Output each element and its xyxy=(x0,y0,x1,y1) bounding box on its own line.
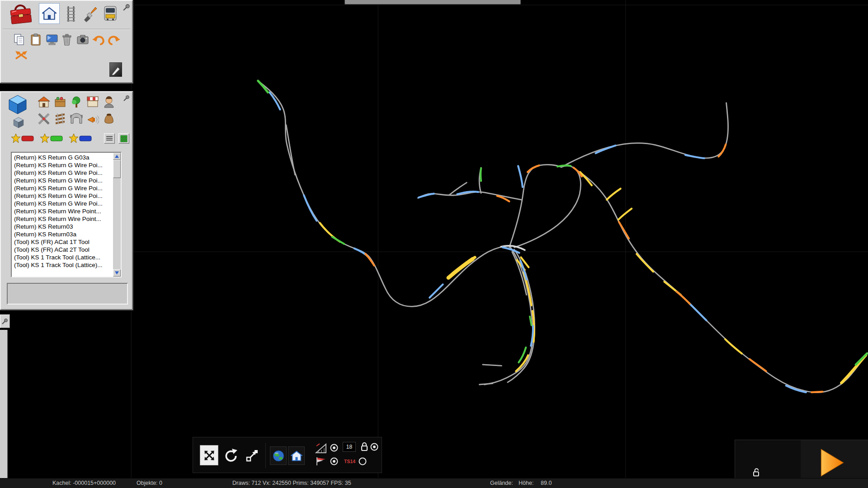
star-green-icon xyxy=(40,133,63,144)
crate-icon xyxy=(54,96,66,108)
favorites-blue-filter[interactable] xyxy=(69,133,92,144)
delete-button[interactable] xyxy=(61,33,73,47)
track-tool-button[interactable] xyxy=(64,5,78,23)
filter-people-button[interactable] xyxy=(102,95,116,109)
pin-icon xyxy=(1,318,9,325)
undo-button[interactable] xyxy=(91,33,106,47)
filter-clutter-button[interactable] xyxy=(53,95,67,109)
clipboard-icon xyxy=(30,33,42,46)
toolbar-separator xyxy=(3,29,130,30)
marker-tool-button[interactable] xyxy=(315,456,327,466)
asset-list-item[interactable]: (Return) KS Return G Wire Poi... xyxy=(12,192,113,200)
scroll-up-button[interactable] xyxy=(113,153,121,160)
asset-list-item[interactable]: (Return) KS Return G Wire Poi... xyxy=(12,161,113,169)
toolbar-divider xyxy=(265,443,266,468)
snap-radio-4[interactable] xyxy=(359,457,367,465)
asset-list-item[interactable]: (Return) KS Return Wire Point... xyxy=(12,215,113,223)
filter-roads-button[interactable] xyxy=(53,112,67,126)
object-category-tab[interactable] xyxy=(7,94,28,115)
asset-list-item[interactable]: (Return) KS Return G Wire Poi... xyxy=(12,177,113,184)
redo-button[interactable] xyxy=(107,33,121,47)
brush-tool-button[interactable] xyxy=(82,5,97,23)
gizmo-toolbar: 18 TS14 xyxy=(193,437,382,473)
filter-misc-button[interactable] xyxy=(102,112,116,126)
height-label: Höhe: xyxy=(519,479,533,488)
panel-pin-button[interactable] xyxy=(122,3,131,12)
list-view-button[interactable] xyxy=(104,133,115,144)
filter-scenery-button[interactable] xyxy=(85,95,100,109)
secondary-category-tab[interactable] xyxy=(12,116,25,129)
asset-list-item[interactable]: (Tool) KS 1 Track Tool (Lattice)... xyxy=(12,261,113,269)
segments-orange xyxy=(365,145,822,393)
measure-icon xyxy=(315,443,327,454)
favorites-red-filter[interactable] xyxy=(11,133,34,144)
unlock-button[interactable] xyxy=(752,467,760,478)
scroll-down-button[interactable] xyxy=(113,269,121,277)
asset-list-item[interactable]: (Return) KS Return03 xyxy=(12,223,113,230)
asset-list-item[interactable]: (Return) KS Return03a xyxy=(12,230,113,238)
snap-radio-3[interactable] xyxy=(330,457,338,465)
display-button[interactable] xyxy=(45,33,59,47)
scale-icon xyxy=(245,449,259,462)
snap-measure-button[interactable] xyxy=(315,443,327,454)
snap-radio-1[interactable] xyxy=(330,444,338,452)
scale-gizmo-button[interactable] xyxy=(243,445,261,465)
filter-track-button[interactable] xyxy=(37,112,51,126)
tile-coordinates: Kachel: -000015+000000 xyxy=(52,479,116,488)
lock-toggle[interactable] xyxy=(360,441,368,453)
redo-icon xyxy=(107,34,121,46)
asset-list-item[interactable]: (Return) KS Return G Wire Poi... xyxy=(12,169,113,177)
asset-list-item[interactable]: (Return) KS Return G Wire Poi... xyxy=(12,200,113,207)
edit-mode-button[interactable] xyxy=(109,62,122,77)
asset-list-item[interactable]: (Return) KS Return G Wire Poi... xyxy=(12,184,113,192)
world-view-button[interactable] xyxy=(270,446,287,465)
asset-list-item[interactable]: (Return) KS Return Wire Point... xyxy=(12,207,113,215)
link-tool-button[interactable] xyxy=(13,49,30,62)
horn-icon xyxy=(86,113,99,125)
toolbox-button[interactable] xyxy=(8,1,33,27)
asset-list-item[interactable]: (Tool) KS 1 Track Tool (Lattice... xyxy=(12,253,113,261)
rotate-icon xyxy=(224,448,238,463)
drive-play-button[interactable] xyxy=(820,448,845,477)
asset-list[interactable]: (Return) KS Return G G03a (Return) KS Re… xyxy=(12,153,113,277)
house-icon xyxy=(38,96,50,108)
scrollbar-thumb[interactable] xyxy=(113,160,121,178)
home-icon xyxy=(42,7,57,20)
asset-list-scrollbar[interactable] xyxy=(113,153,121,277)
flag-icon xyxy=(315,456,327,466)
segment-overlays xyxy=(258,81,867,392)
copy-button[interactable] xyxy=(13,33,26,47)
radio-icon xyxy=(330,444,338,452)
filter-bridges-button[interactable] xyxy=(69,112,84,126)
move-gizmo-button[interactable] xyxy=(200,445,218,465)
snap-radio-2[interactable] xyxy=(370,443,378,451)
paste-button[interactable] xyxy=(29,33,42,47)
asset-list-item[interactable]: (Tool) KS (FR) ACat 2T Tool xyxy=(12,246,113,253)
train-tool-button[interactable] xyxy=(102,4,119,23)
filter-vegetation-button[interactable] xyxy=(69,95,84,109)
collapsed-top-panel[interactable] xyxy=(344,0,521,5)
screenshot-button[interactable] xyxy=(76,33,90,47)
grid-view-button[interactable] xyxy=(118,133,129,144)
bridge-icon xyxy=(70,113,83,125)
sack-icon xyxy=(103,113,115,125)
snap-value-field[interactable]: 18 xyxy=(343,442,356,452)
toolbox-icon xyxy=(9,3,33,27)
filter-audio-button[interactable] xyxy=(85,112,100,126)
collapsed-left-panel[interactable] xyxy=(0,330,8,478)
asset-panel-pin-button[interactable] xyxy=(123,94,131,102)
filter-buildings-button[interactable] xyxy=(37,95,51,109)
flyout-pin-tab[interactable] xyxy=(0,314,10,328)
asset-list-box: (Return) KS Return G G03a (Return) KS Re… xyxy=(11,152,122,277)
asset-list-item[interactable]: (Return) KS Return G G03a xyxy=(12,154,113,161)
lock-open-icon xyxy=(752,468,760,478)
terrain-label: Gelände: xyxy=(490,479,513,488)
favorites-green-filter[interactable] xyxy=(40,133,63,144)
home-tool-button[interactable] xyxy=(39,3,60,24)
track-lines xyxy=(258,81,868,393)
go-home-button[interactable] xyxy=(288,446,305,465)
trash-icon xyxy=(61,33,72,46)
rotate-gizmo-button[interactable] xyxy=(222,445,240,465)
pin-icon xyxy=(123,94,130,102)
asset-list-item[interactable]: (Tool) KS (FR) ACat 1T Tool xyxy=(12,238,113,246)
